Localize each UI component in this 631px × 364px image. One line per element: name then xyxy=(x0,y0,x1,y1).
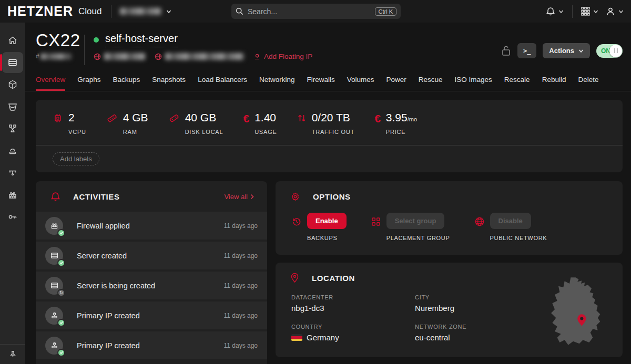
field-datacenter: DATACENTER nbg1-dc3 xyxy=(291,294,415,313)
tab-rescale[interactable]: Rescale xyxy=(504,76,530,91)
hetzner-logo[interactable]: HETZNER xyxy=(7,4,73,19)
field-country: COUNTRY Germany xyxy=(291,324,415,342)
add-floating-ip-link[interactable]: Add Floating IP xyxy=(253,53,312,60)
field-city: CITY Nuremberg xyxy=(415,294,538,313)
sidebar-item-storage-buckets[interactable] xyxy=(2,96,23,117)
sidebar-item-floating-ips[interactable] xyxy=(2,140,23,161)
server-name[interactable]: self-host-server xyxy=(105,33,178,47)
stat-value: 3.95 xyxy=(386,111,408,123)
search-placeholder: Search... xyxy=(248,7,375,16)
sidebar-item-firewalls[interactable] xyxy=(2,184,23,205)
ipv6-address[interactable] xyxy=(155,53,244,60)
tab-networking[interactable]: Networking xyxy=(259,76,295,91)
backup-history-icon xyxy=(291,216,302,227)
tab-rescue[interactable]: Rescue xyxy=(419,76,443,91)
tab-volumes[interactable]: Volumes xyxy=(347,76,374,91)
console-button[interactable]: >_ xyxy=(517,43,536,58)
activity-row[interactable]: Primary IP created 11 days ago xyxy=(36,331,267,359)
option-backups: Enable BACKUPS xyxy=(291,213,347,241)
activity-row[interactable]: Firewall applied 11 days ago xyxy=(36,212,267,240)
activity-title: Server created xyxy=(77,252,127,260)
option-label: PLACEMENT GROUP xyxy=(386,235,450,241)
stat-label: VCPU xyxy=(68,129,86,135)
server-name-block: self-host-server Add Floating IP xyxy=(84,33,312,60)
actions-button[interactable]: Actions xyxy=(543,43,590,58)
tab-graphs[interactable]: Graphs xyxy=(77,76,100,91)
server-header: CX22 # xyxy=(36,30,80,60)
sidebar-item-volumes[interactable] xyxy=(2,74,23,95)
activities-panel: ACTIVITIES View all Firewall applied 11 … xyxy=(36,181,267,364)
activity-avatar xyxy=(45,247,63,265)
stat-label: RAM xyxy=(123,129,148,135)
activity-time: 11 days ago xyxy=(224,252,258,259)
activity-row[interactable]: Server created 11 days ago xyxy=(36,242,267,269)
ram-icon xyxy=(106,113,118,123)
tab-snapshots[interactable]: Snapshots xyxy=(152,76,186,91)
tab-power[interactable]: Power xyxy=(386,76,406,91)
project-name-redacted xyxy=(120,8,161,15)
server-tabbar: Overview Graphs Backups Snapshots Load B… xyxy=(25,72,631,91)
apps-grid-icon xyxy=(581,7,590,16)
stat-usage: € 1.40 USAGE xyxy=(243,111,277,135)
stat-price: € 3.95/mo PRICE xyxy=(374,111,417,135)
servers-icon xyxy=(7,57,18,68)
check-icon xyxy=(59,261,64,265)
stat-disk: 40 GB DISK LOCAL xyxy=(168,111,223,135)
chevron-down-icon xyxy=(578,48,584,54)
tab-load-balancers[interactable]: Load Balancers xyxy=(198,76,247,91)
sidebar-item-security[interactable] xyxy=(2,206,23,227)
firewalls-icon xyxy=(7,190,18,200)
sidebar-item-home[interactable] xyxy=(2,30,23,51)
activity-row[interactable]: Primary IP created 11 days ago xyxy=(36,301,267,329)
options-title: OPTIONS xyxy=(313,192,351,201)
view-all-link[interactable]: View all xyxy=(224,193,255,201)
stat-value: 2 xyxy=(68,111,75,123)
activity-avatar xyxy=(45,337,63,355)
search-input[interactable]: Search... Ctrl K xyxy=(231,4,401,19)
disable-public-network-button[interactable]: Disable xyxy=(490,213,531,229)
notifications-menu[interactable] xyxy=(546,7,564,16)
server-icon xyxy=(50,251,59,260)
server-icon xyxy=(50,281,59,290)
field-value: eu-central xyxy=(415,333,538,342)
activity-avatar xyxy=(45,217,63,235)
success-badge xyxy=(57,319,65,327)
actions-label: Actions xyxy=(549,47,574,55)
lock-unlocked-icon[interactable] xyxy=(501,45,511,57)
gear-icon xyxy=(290,192,300,202)
location-pin-icon xyxy=(290,273,299,283)
ipv6-redacted xyxy=(165,53,244,60)
tab-rebuild[interactable]: Rebuild xyxy=(542,76,566,91)
tab-overview[interactable]: Overview xyxy=(36,76,65,91)
stat-value: 4 GB xyxy=(123,111,148,123)
field-network-zone: NETWORK ZONE eu-central xyxy=(415,324,538,342)
select-placement-group-button[interactable]: Select group xyxy=(386,213,445,229)
stat-suffix: /mo xyxy=(408,116,417,122)
floating-ips-icon xyxy=(7,145,18,156)
search-shortcut-badge: Ctrl K xyxy=(375,7,397,16)
account-menu[interactable] xyxy=(606,7,624,16)
view-all-label: View all xyxy=(224,193,248,201)
add-labels-button[interactable]: Add labels xyxy=(53,152,99,165)
primary-ip-icon xyxy=(50,311,59,320)
power-toggle[interactable]: ON xyxy=(596,44,623,58)
tab-delete[interactable]: Delete xyxy=(578,76,598,91)
tab-iso-images[interactable]: ISO Images xyxy=(455,76,492,91)
ipv4-address[interactable] xyxy=(94,53,145,60)
option-placement-group: Select group PLACEMENT GROUP xyxy=(371,213,450,241)
sidebar-pin-toggle[interactable] xyxy=(0,344,25,364)
traffic-icon xyxy=(297,113,307,123)
sidebar-item-networks[interactable] xyxy=(2,162,23,183)
activity-row[interactable]: ↻ Server is being created 11 days ago xyxy=(36,272,267,299)
sidebar-item-load-balancers[interactable] xyxy=(2,118,23,139)
location-title: LOCATION xyxy=(312,274,355,283)
germany-map-icon xyxy=(537,276,616,350)
header-controls: >_ Actions ON xyxy=(501,43,623,58)
enable-backups-button[interactable]: Enable xyxy=(307,213,347,229)
tab-firewalls[interactable]: Firewalls xyxy=(307,76,334,91)
tab-backups[interactable]: Backups xyxy=(113,76,140,91)
project-selector[interactable] xyxy=(120,8,171,15)
apps-menu[interactable] xyxy=(581,7,598,16)
sidebar-item-servers[interactable] xyxy=(2,52,23,73)
networks-icon xyxy=(7,168,18,178)
